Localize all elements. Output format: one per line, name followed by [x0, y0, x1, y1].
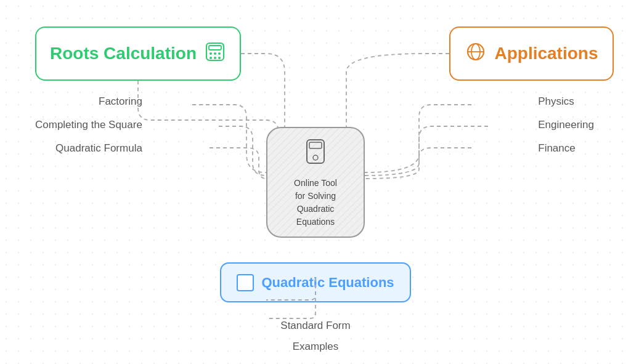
- svg-point-6: [210, 57, 212, 59]
- center-node-text: Online Tool for Solving Quadratic Equati…: [294, 177, 337, 229]
- calculator-icon: [204, 41, 226, 67]
- svg-rect-2: [209, 46, 221, 50]
- roots-calculation-label: Roots Calculation: [50, 44, 197, 63]
- svg-point-4: [214, 52, 216, 55]
- list-item: Physics: [538, 95, 594, 108]
- applications-box: Applications: [449, 26, 614, 81]
- svg-point-14: [313, 155, 318, 160]
- svg-point-8: [218, 57, 221, 59]
- svg-point-7: [214, 57, 216, 59]
- center-node: Online Tool for Solving Quadratic Equati…: [266, 127, 365, 238]
- roots-calculation-box: Roots Calculation: [35, 26, 241, 81]
- list-item: Completing the Square: [35, 119, 142, 131]
- list-item: Examples: [280, 341, 350, 353]
- bottom-items: Standard Form Examples: [280, 320, 350, 353]
- svg-point-5: [218, 52, 221, 55]
- list-item: Engineering: [538, 119, 594, 131]
- svg-point-3: [210, 52, 212, 55]
- left-items: Factoring Completing the Square Quadrati…: [35, 95, 142, 155]
- list-item: Quadratic Formula: [35, 142, 142, 155]
- svg-rect-13: [309, 142, 322, 148]
- list-item: Factoring: [35, 95, 142, 108]
- list-item: Standard Form: [280, 320, 350, 332]
- right-items: Physics Engineering Finance: [538, 95, 594, 155]
- tool-icon: [299, 136, 332, 171]
- diagram-container: Roots Calculation Applications: [0, 0, 631, 364]
- applications-icon: [465, 41, 487, 67]
- quadratic-equations-label: Quadratic Equations: [261, 275, 394, 291]
- list-item: Finance: [538, 142, 594, 155]
- applications-label: Applications: [494, 44, 598, 63]
- quadratic-icon: [237, 274, 254, 291]
- quadratic-equations-box: Quadratic Equations: [220, 262, 411, 302]
